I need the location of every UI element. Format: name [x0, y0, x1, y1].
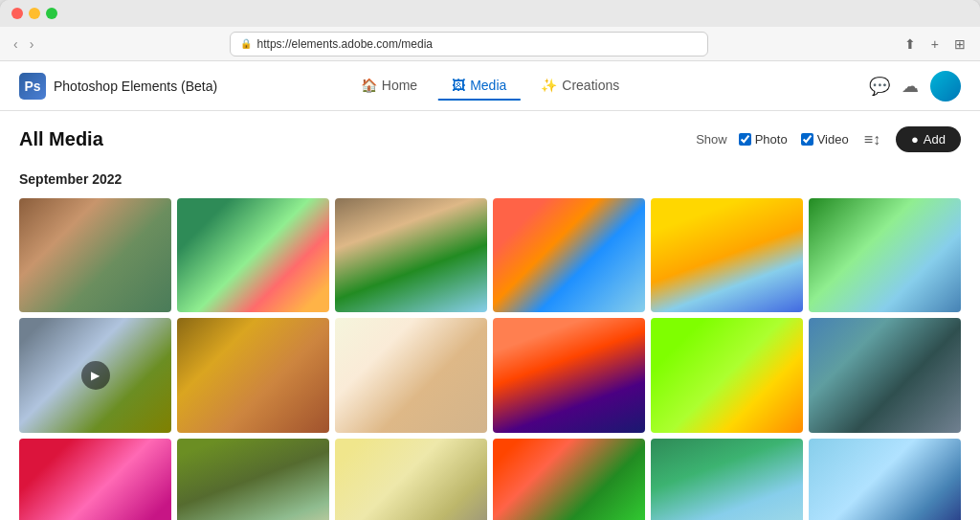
nav-buttons: ‹ › — [10, 34, 37, 54]
show-label: Show — [696, 132, 727, 147]
sort-button[interactable]: ≡↕ — [860, 129, 884, 150]
cloud-button[interactable]: ☁ — [902, 76, 919, 97]
messages-button[interactable]: 💬 — [869, 76, 890, 97]
media-item-6[interactable] — [809, 198, 961, 312]
media-grid-row-1 — [19, 198, 961, 312]
media-item-13[interactable] — [19, 439, 171, 521]
app-nav: Ps Photoshop Elements (Beta) 🏠 Home 🖼 Me… — [0, 61, 980, 111]
creations-label: Creations — [562, 78, 619, 93]
traffic-lights — [11, 8, 57, 19]
media-item-18[interactable] — [809, 439, 961, 521]
nav-right: 💬 ☁ — [869, 71, 961, 102]
media-item-17[interactable] — [651, 439, 803, 521]
media-grid-row-3 — [19, 439, 961, 521]
share-button[interactable]: ⬆ — [900, 34, 921, 55]
minimize-button[interactable] — [29, 8, 40, 19]
app-container: Ps Photoshop Elements (Beta) 🏠 Home 🖼 Me… — [0, 61, 980, 520]
photo-checkbox[interactable] — [739, 133, 751, 146]
video-checkbox[interactable] — [801, 133, 813, 146]
maximize-button[interactable] — [46, 8, 57, 19]
video-checkbox-label[interactable]: Video — [801, 132, 849, 147]
media-item-4[interactable] — [493, 198, 645, 312]
logo-icon: Ps — [19, 73, 46, 100]
header-controls: Show Photo Video ≡↕ ● A — [696, 126, 961, 152]
nav-home[interactable]: 🏠 Home — [347, 72, 431, 101]
address-bar[interactable]: 🔒 https://elements.adobe.com/media — [230, 32, 708, 57]
media-item-15[interactable] — [335, 439, 487, 521]
creations-icon: ✨ — [541, 78, 557, 93]
browser-titlebar — [0, 0, 980, 27]
app-logo: Ps Photoshop Elements (Beta) — [19, 73, 217, 100]
photo-checkbox-label[interactable]: Photo — [739, 132, 788, 147]
media-grid-row-2: ▶ — [19, 318, 961, 432]
forward-button[interactable]: › — [26, 34, 38, 54]
media-item-10[interactable] — [493, 318, 645, 432]
home-icon: 🏠 — [361, 78, 377, 93]
section-month: September 2022 — [19, 171, 961, 187]
add-button[interactable]: ● Add — [896, 126, 961, 152]
security-icon: 🔒 — [240, 38, 252, 49]
close-button[interactable] — [11, 8, 23, 19]
user-avatar[interactable] — [930, 71, 961, 102]
media-item-8[interactable] — [177, 318, 329, 432]
media-item-3[interactable] — [335, 198, 487, 312]
nav-media[interactable]: 🖼 Media — [438, 72, 520, 101]
page-title: All Media — [19, 128, 103, 150]
media-item-9[interactable] — [335, 318, 487, 432]
browser-toolbar: ‹ › 🔒 https://elements.adobe.com/media ⬆… — [0, 27, 980, 61]
media-item-7[interactable]: ▶ — [19, 318, 171, 432]
photo-label: Photo — [755, 132, 788, 147]
media-item-12[interactable] — [809, 318, 961, 432]
media-item-16[interactable] — [493, 439, 645, 521]
add-label: Add — [924, 132, 946, 147]
content-header: All Media Show Photo Video ≡↕ — [19, 111, 961, 164]
url-text: https://elements.adobe.com/media — [257, 37, 698, 51]
nav-creations[interactable]: ✨ Creations — [527, 72, 633, 101]
grid-button[interactable]: ⊞ — [949, 34, 970, 55]
media-item-14[interactable] — [177, 439, 329, 521]
toolbar-right: ⬆ + ⊞ — [900, 34, 970, 55]
media-item-2[interactable] — [177, 198, 329, 312]
checkbox-group: Photo Video — [739, 132, 849, 147]
content-area: All Media Show Photo Video ≡↕ — [0, 111, 980, 520]
new-tab-button[interactable]: + — [926, 34, 944, 55]
app-name: Photoshop Elements (Beta) — [54, 79, 217, 94]
media-item-11[interactable] — [651, 318, 803, 432]
media-item-5[interactable] — [651, 198, 803, 312]
video-play-icon: ▶ — [81, 361, 110, 390]
video-label: Video — [817, 132, 849, 147]
back-button[interactable]: ‹ — [10, 34, 22, 54]
nav-links: 🏠 Home 🖼 Media ✨ Creations — [347, 72, 633, 101]
media-label: Media — [470, 78, 506, 93]
media-item-1[interactable] — [19, 198, 171, 312]
add-icon: ● — [911, 132, 919, 147]
home-label: Home — [382, 78, 417, 93]
media-icon: 🖼 — [452, 78, 465, 93]
browser-window: ‹ › 🔒 https://elements.adobe.com/media ⬆… — [0, 0, 980, 520]
